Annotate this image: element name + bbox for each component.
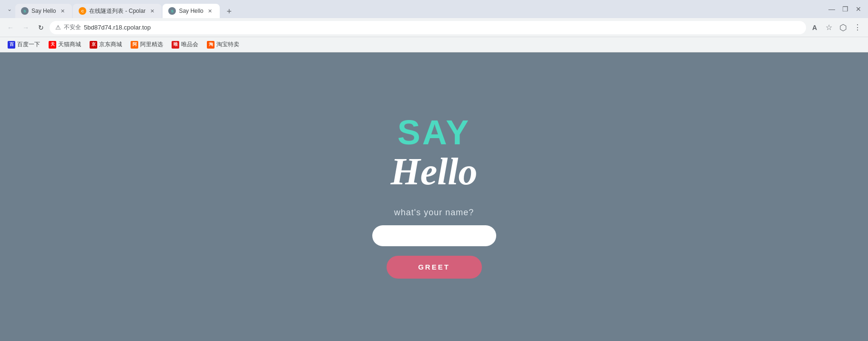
tab-title-2: 在线隧道列表 - Cpolar (89, 7, 145, 15)
address-bar-container[interactable]: ⚠ 不安全 5bd87d74.r18.cpolar.top (50, 21, 806, 34)
tab-say-hello-1[interactable]: S Say Hello ✕ (15, 4, 72, 18)
bookmark-favicon-baidu: 百 (8, 41, 15, 49)
bookmark-favicon-ali: 阿 (131, 41, 138, 49)
bookmark-jd[interactable]: 京 京东商城 (86, 39, 126, 50)
forward-button[interactable]: → (19, 21, 32, 34)
tab-favicon-2: C (79, 7, 86, 15)
tab-say-hello-3[interactable]: S Say Hello ✕ (163, 4, 219, 18)
minimize-button[interactable]: — (826, 3, 837, 15)
bookmark-label-tmall: 天猫商城 (58, 40, 81, 49)
toolbar-icons: A ☆ ⬡ ⋮ (808, 21, 864, 34)
name-input[interactable] (372, 225, 496, 246)
bookmark-favicon-pinduoduo: 唯 (172, 41, 179, 49)
tab-cpolar[interactable]: C 在线隧道列表 - Cpolar ✕ (73, 4, 162, 18)
restore-button[interactable]: ❐ (839, 3, 851, 15)
bookmarks-bar: 百 百度一下 天 天猫商城 京 京东商城 阿 阿里精选 唯 唯品会 淘 淘宝特卖 (0, 37, 868, 52)
tab-favicon-1: S (21, 7, 29, 15)
page-content: SAY Hello what's your name? GREET (0, 52, 868, 341)
tab-favicon-3: S (168, 7, 176, 15)
bookmark-tmall[interactable]: 天 天猫商城 (45, 39, 85, 50)
tab-title-3: Say Hello (179, 8, 203, 14)
bookmark-pinduoduo[interactable]: 唯 唯品会 (168, 39, 202, 50)
tab-close-1[interactable]: ✕ (59, 7, 66, 15)
bookmark-label-jd: 京东商城 (99, 40, 122, 49)
bookmark-favicon-tmall: 天 (49, 41, 56, 49)
bookmark-label-baidu: 百度一下 (17, 40, 40, 49)
bookmark-favicon-taobao: 淘 (207, 41, 214, 49)
greet-button[interactable]: GREET (387, 256, 482, 279)
security-label: 不安全 (64, 23, 81, 31)
bookmark-favicon-jd: 京 (90, 41, 97, 49)
browser-chrome: ⌄ S Say Hello ✕ C 在线隧道列表 - Cpolar ✕ S Sa… (0, 0, 868, 52)
extensions-button[interactable]: ⬡ (837, 21, 850, 34)
tab-close-2[interactable]: ✕ (148, 7, 156, 15)
tab-title-1: Say Hello (31, 8, 56, 14)
translate-button[interactable]: A (808, 21, 821, 34)
tab-close-3[interactable]: ✕ (206, 7, 214, 15)
bookmark-ali[interactable]: 阿 阿里精选 (127, 39, 167, 50)
address-text: 5bd87d74.r18.cpolar.top (84, 24, 151, 31)
bookmark-label-pinduoduo: 唯品会 (181, 40, 198, 49)
tab-strip: S Say Hello ✕ C 在线隧道列表 - Cpolar ✕ S Say … (15, 0, 826, 18)
bookmark-baidu[interactable]: 百 百度一下 (4, 39, 44, 50)
hello-heading: Hello (390, 152, 477, 191)
refresh-button[interactable]: ↻ (34, 21, 48, 34)
say-heading: SAY (398, 115, 470, 150)
subtitle-text: what's your name? (394, 208, 474, 218)
bookmark-taobao[interactable]: 淘 淘宝特卖 (203, 39, 243, 50)
tab-scroll-left[interactable]: ⌄ (4, 2, 15, 16)
bookmark-label-ali: 阿里精选 (140, 40, 163, 49)
window-controls: — ❐ ✕ (826, 3, 864, 15)
menu-button[interactable]: ⋮ (851, 21, 864, 34)
bookmark-label-taobao: 淘宝特卖 (216, 40, 239, 49)
new-tab-button[interactable]: + (223, 5, 236, 18)
bookmark-button[interactable]: ☆ (822, 21, 836, 34)
back-button[interactable]: ← (4, 21, 17, 34)
title-bar: ⌄ S Say Hello ✕ C 在线隧道列表 - Cpolar ✕ S Sa… (0, 0, 868, 18)
close-button[interactable]: ✕ (853, 3, 864, 15)
say-hello-container: SAY Hello what's your name? GREET (372, 115, 496, 279)
security-warning-icon: ⚠ (55, 24, 61, 31)
address-bar-row: ← → ↻ ⚠ 不安全 5bd87d74.r18.cpolar.top A ☆ … (0, 18, 868, 37)
